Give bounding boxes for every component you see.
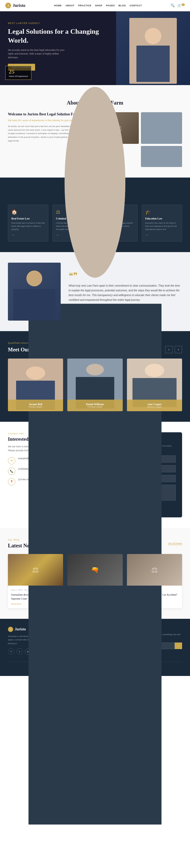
about-image-2: [141, 112, 182, 144]
email-icon: ✉: [8, 457, 15, 464]
blog-image-1: [8, 554, 63, 586]
experts-next-button[interactable]: ›: [175, 346, 182, 353]
navbar: J Juristo HOME ABOUT PRACTICE SHOP PAGES…: [0, 0, 190, 11]
expert-card-jerome: Jerome Bell Family Lawyer: [8, 359, 63, 411]
hero-tag: BEST LAWYER AGENCY: [8, 22, 108, 25]
expert-name-jerome: Jerome Bell: [11, 403, 60, 406]
expert-overlay-jane: Jane Cooper Divorce Lawyer: [127, 400, 182, 411]
realestate-desc: Real estate law is a branch of law that …: [11, 221, 45, 231]
years-badge: 25 Years Of Experience: [5, 66, 31, 80]
nav-practice[interactable]: PRACTICE: [78, 4, 91, 7]
phone-icon: 📞: [8, 468, 15, 475]
expert-card-jane: Jane Cooper Divorce Lawyer: [127, 359, 182, 411]
experts-grid: Jerome Bell Family Lawyer Daniel William…: [8, 359, 182, 411]
expert-overlay-daniel: Daniel Williams Criminal Lawyer: [67, 400, 123, 411]
about-section: About Us About Juristo Law Farm Welcome …: [0, 85, 190, 178]
expert-role-jane: Divorce Lawyer: [130, 406, 179, 408]
nav-logo-text: Juristo: [13, 3, 25, 8]
logo-icon: J: [5, 3, 11, 8]
twitter-icon[interactable]: t: [16, 648, 23, 655]
facebook-icon[interactable]: f: [8, 648, 14, 655]
nav-logo[interactable]: J Juristo: [5, 3, 25, 8]
realestate-arrow[interactable]: →: [11, 233, 45, 237]
nav-home[interactable]: HOME: [54, 4, 62, 7]
years-number: 25: [9, 68, 28, 75]
newsletter-submit-button[interactable]: →: [175, 643, 182, 649]
hero-image: [116, 11, 190, 85]
nav-icons: 🔍 🛒0: [170, 3, 185, 8]
cart-badge: 0: [182, 3, 185, 6]
about-grid: Welcome to Juristo Best Legal Solution F…: [8, 112, 182, 167]
nav-links: HOME ABOUT PRACTICE SHOP PAGES BLOG CONT…: [54, 4, 142, 7]
expert-role-daniel: Criminal Lawyer: [71, 406, 119, 408]
nav-blog[interactable]: BLOG: [118, 4, 126, 7]
blog-date-1: June 1, 2022: [11, 589, 22, 591]
nav-about[interactable]: ABOUT: [65, 4, 75, 7]
cart-icon[interactable]: 🛒0: [177, 3, 185, 8]
testimonial-person-image: [8, 262, 61, 320]
expert-name-daniel: Daniel Williams: [71, 403, 119, 406]
nav-contact[interactable]: CONTACT: [130, 4, 142, 7]
nav-pages[interactable]: PAGES: [106, 4, 115, 7]
footer-logo-text: Juristo: [15, 627, 26, 631]
search-icon[interactable]: 🔍: [170, 3, 175, 8]
footer-logo-icon: J: [8, 627, 13, 632]
expert-card-daniel: Daniel Williams Criminal Lawyer: [67, 359, 123, 411]
about-image-3: [141, 146, 182, 167]
practice-card-realestate: 🏠 Real Estate Law Real estate law is a b…: [8, 205, 48, 242]
blog-image-3: [127, 554, 182, 586]
expert-name-jane: Jane Cooper: [130, 403, 179, 406]
experts-prev-button[interactable]: ‹: [165, 346, 172, 353]
education-title: Education Law: [145, 217, 179, 220]
nav-shop[interactable]: SHOP: [95, 4, 102, 7]
education-icon: 🎓: [145, 209, 179, 215]
realestate-title: Real Estate Law: [11, 217, 45, 220]
lawyer-photo: [116, 11, 190, 85]
testimonial-text: What truly sets Law Farm apart is their …: [69, 283, 182, 302]
hero-section: BEST LAWYER AGENCY Legal Solutions for a…: [0, 11, 190, 85]
practice-card-education: 🎓 Education Law Education law refers to …: [142, 205, 182, 242]
realestate-icon: 🏠: [11, 209, 45, 215]
about-images: [98, 112, 182, 167]
education-arrow[interactable]: →: [145, 233, 179, 237]
see-all-news-link[interactable]: See All News: [168, 542, 182, 545]
years-text: Years Of Experience: [9, 75, 28, 78]
hero-content: BEST LAWYER AGENCY Legal Solutions for a…: [0, 11, 116, 85]
hero-description: We proudly stand as the best legal advoc…: [8, 48, 66, 60]
lawyer-silhouette: [129, 18, 177, 84]
expert-overlay-jerome: Jerome Bell Family Lawyer: [8, 400, 63, 411]
address-icon: 📍: [8, 478, 15, 486]
hero-title: Legal Solutions for a Changing World.: [8, 27, 108, 45]
education-desc: Education law refers to the body of laws…: [145, 221, 179, 231]
expert-role-jerome: Family Lawyer: [11, 406, 60, 408]
blog-image-2: [67, 554, 123, 586]
